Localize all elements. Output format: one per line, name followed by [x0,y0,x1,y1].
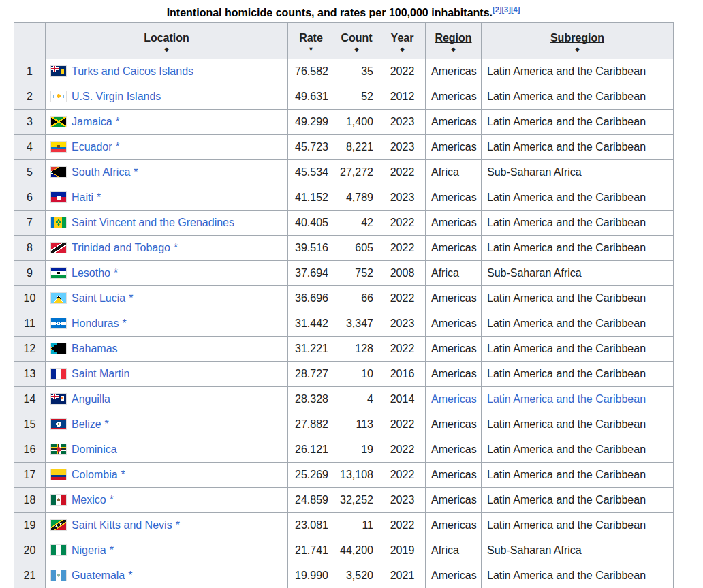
year-cell: 2022 [379,513,426,538]
location-link[interactable]: Turks and Caicos Islands [72,65,193,77]
row-rank: 7 [14,211,46,236]
note-link[interactable]: * [129,292,133,304]
location-cell: Dominica [46,437,288,463]
flag-mexico-icon [51,495,66,505]
subregion-cell: Latin America and the Caribbean [482,236,674,261]
location-link[interactable]: Trinidad and Tobago [72,242,170,253]
region-cell: Americas [426,563,482,588]
location-cell: Turks and Caicos Islands [46,59,288,84]
year-cell: 2023 [379,311,426,337]
region-cell: Americas [426,59,482,84]
note-link[interactable]: * [121,469,125,480]
rate-cell: 76.582 [288,59,334,84]
location-link[interactable]: South Africa [72,166,130,178]
count-cell: 42 [334,211,379,236]
count-cell: 752 [334,261,379,286]
location-link[interactable]: Guatemala [72,570,125,581]
location-link[interactable]: U.S. Virgin Islands [72,91,161,102]
table-row: 11Honduras*31.4423,3472023AmericasLatin … [14,311,674,337]
location-cell: U.S. Virgin Islands [46,84,288,110]
year-cell: 2014 [379,387,426,412]
sort-toggle-icon: ◆ [486,46,669,53]
note-link[interactable]: * [174,242,178,253]
subregion-cell: Latin America and the Caribbean [482,185,674,211]
note-link[interactable]: * [128,570,132,581]
region-cell: Americas [426,84,482,110]
location-link[interactable]: Ecuador [72,141,112,153]
location-link[interactable]: Lesotho [72,267,110,279]
table-header: Location◆Rate▼Count◆Year◆Region◆Subregio… [14,23,674,59]
location-link[interactable]: Haiti [72,191,93,203]
note-link[interactable]: * [176,519,180,531]
location-link[interactable]: Saint Vincent and the Grenadines [72,217,234,228]
year-cell: 2023 [379,185,426,211]
note-link[interactable]: * [122,318,126,329]
flag-turks-caicos-icon [51,66,66,76]
rate-cell: 27.882 [288,412,334,437]
table-row: 18Mexico*24.85932,2522023AmericasLatin A… [14,488,674,513]
year-cell: 2022 [379,211,426,236]
location-link[interactable]: Mexico [72,494,106,506]
table-row: 15Belize*27.8821132022AmericasLatin Amer… [14,412,674,437]
table-row: 12Bahamas31.2211282022AmericasLatin Amer… [14,337,674,362]
subregion-cell: Latin America and the Caribbean [482,84,674,110]
location-link[interactable]: Colombia [72,469,118,480]
note-link[interactable]: * [105,418,109,430]
count-cell: 44,200 [334,538,379,563]
region-cell: Americas [426,412,482,437]
location-link[interactable]: Bahamas [72,343,118,354]
column-header-region[interactable]: Region◆ [426,23,482,59]
rate-cell: 28.727 [288,362,334,387]
column-header-year[interactable]: Year◆ [379,23,426,59]
region-cell: Americas [426,311,482,337]
reference-link[interactable]: [3] [501,5,510,14]
rate-cell: 28.328 [288,387,334,412]
location-link[interactable]: Saint Lucia [72,292,125,304]
subregion-cell-link[interactable]: Latin America and the Caribbean [487,393,646,405]
note-link[interactable]: * [134,166,138,178]
column-header-location[interactable]: Location◆ [46,23,288,59]
year-cell: 2023 [379,135,426,160]
reference-link[interactable]: [4] [511,5,520,14]
location-link[interactable]: Honduras [72,318,119,329]
location-link[interactable]: Anguilla [72,393,110,405]
location-cell: Ecuador* [46,135,288,160]
note-link[interactable]: * [116,116,120,127]
year-cell: 2022 [379,412,426,437]
region-cell-link[interactable]: Americas [431,393,477,405]
location-link[interactable]: Dominica [72,444,117,455]
location-link[interactable]: Nigeria [72,544,106,556]
column-header-count[interactable]: Count◆ [334,23,379,59]
table-row: 19Saint Kitts and Nevis*23.081112022Amer… [14,513,674,538]
note-link[interactable]: * [114,267,118,279]
year-cell: 2022 [379,437,426,463]
column-header-subregion[interactable]: Subregion◆ [482,23,674,59]
row-rank: 9 [14,261,46,286]
location-cell: Lesotho* [46,261,288,286]
location-cell: Mexico* [46,488,288,513]
year-cell: 2019 [379,538,426,563]
note-link[interactable]: * [116,141,120,153]
location-cell: South Africa* [46,160,288,185]
location-link[interactable]: Saint Martin [72,368,129,380]
sort-toggle-icon: ◆ [384,46,421,53]
column-header-rate[interactable]: Rate▼ [288,23,334,59]
note-link[interactable]: * [97,191,101,203]
row-rank: 16 [14,437,46,463]
location-link[interactable]: Belize [72,418,101,430]
region-cell: Americas [426,135,482,160]
count-cell: 66 [334,286,379,311]
year-cell: 2023 [379,488,426,513]
table-row: 21Guatemala*19.9903,5202021AmericasLatin… [14,563,674,588]
location-link[interactable]: Saint Kitts and Nevis [72,519,172,531]
table-row: 4Ecuador*45.7238,2212023AmericasLatin Am… [14,135,674,160]
reference-link[interactable]: [2] [493,5,501,14]
column-label: Subregion [486,31,669,46]
count-cell: 11 [334,513,379,538]
subregion-cell: Latin America and the Caribbean [482,387,674,412]
region-cell: Americas [426,513,482,538]
note-link[interactable]: * [110,494,114,506]
note-link[interactable]: * [110,544,114,556]
flag-us-virgin-islands-icon [51,91,66,102]
location-link[interactable]: Jamaica [72,116,112,127]
